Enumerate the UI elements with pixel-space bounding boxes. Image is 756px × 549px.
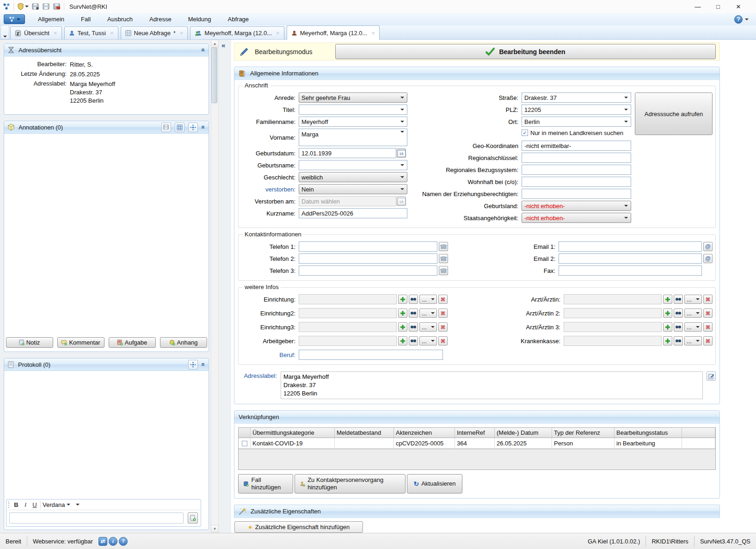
menu-fall[interactable]: Fall — [74, 14, 97, 25]
export-icon[interactable] — [53, 3, 61, 10]
telefon2-input[interactable] — [299, 253, 437, 264]
bold-button[interactable]: B — [12, 501, 20, 508]
remove-button[interactable]: ✖ — [438, 308, 448, 318]
add-attachment-button[interactable]: Anhang — [160, 337, 207, 348]
add-button[interactable]: ✚ — [663, 336, 672, 345]
scrollbar-track[interactable] — [211, 48, 219, 525]
address-search-button[interactable]: Adresssuche aufrufen — [635, 93, 713, 135]
add-note-button[interactable]: Notiz — [6, 337, 53, 348]
column-header[interactable]: Typ der Referenz — [552, 428, 615, 438]
remove-button[interactable]: ✖ — [438, 295, 448, 304]
sync-icon[interactable]: ⇄ — [98, 537, 107, 546]
verstorben-am-input[interactable] — [299, 196, 396, 206]
beruf-input[interactable] — [299, 350, 443, 360]
close-tab-icon[interactable]: × — [110, 30, 114, 37]
add-additional-property-button[interactable]: ★ Zusätzliche Eigenschaft hinzufügen — [234, 521, 363, 533]
collapse-chevron-icon[interactable]: « — [200, 363, 207, 366]
menu-ausbruch[interactable]: Ausbruch — [101, 14, 139, 25]
more-options-button[interactable]: ... — [684, 308, 702, 318]
plz-combobox[interactable]: 12205 — [522, 105, 631, 115]
add-button[interactable]: ✚ — [398, 322, 407, 332]
menu-meldung[interactable]: Meldung — [182, 14, 218, 25]
column-header[interactable]: Aktenzeichen — [394, 428, 455, 438]
collapse-splitter-icon[interactable]: « — [221, 41, 225, 49]
edit-label-button[interactable] — [707, 371, 716, 381]
tab-list-button[interactable] — [0, 25, 9, 39]
search-button[interactable] — [674, 336, 683, 345]
more-options-button[interactable]: ... — [419, 322, 437, 332]
protocol-text-input[interactable] — [9, 512, 184, 524]
fax-input[interactable] — [559, 265, 702, 276]
send-email-button[interactable]: @ — [703, 242, 713, 251]
row-select-cell[interactable] — [239, 438, 251, 449]
search-button[interactable] — [409, 336, 418, 345]
end-edit-button[interactable]: Bearbeitung beenden — [335, 44, 716, 59]
dial-button[interactable]: ☎ — [439, 266, 448, 275]
tab-neue-abfrage[interactable]: Neue Abfrage* × — [121, 26, 188, 39]
close-button[interactable]: ✕ — [728, 3, 749, 10]
expand-view-button[interactable] — [188, 360, 198, 370]
dial-button[interactable]: ☎ — [439, 254, 448, 263]
save-view-button[interactable] — [161, 123, 171, 132]
tab-uebersicht[interactable]: Σ Übersicht × — [10, 26, 62, 39]
tab-meyerhoff-vorgang[interactable]: Meyerhoff, Marga (12.0... × — [190, 26, 284, 39]
panel-splitter[interactable]: « — [219, 40, 231, 533]
more-options-button[interactable]: ... — [684, 322, 702, 332]
search-button[interactable] — [409, 322, 418, 332]
geburtsland-dropdown[interactable]: -nicht erhoben- — [522, 201, 631, 211]
save-locked-icon[interactable] — [32, 3, 39, 10]
anrede-dropdown[interactable]: Sehr geehrte Frau — [299, 93, 407, 103]
verstorben-dropdown[interactable]: Nein — [299, 184, 407, 194]
collapse-chevron-icon[interactable]: « — [200, 125, 207, 129]
grid-view-button[interactable] — [175, 123, 184, 132]
checkbox-checked-icon[interactable]: ✓ — [522, 130, 528, 136]
bezugssystem-input[interactable] — [522, 165, 631, 175]
add-button[interactable]: ✚ — [398, 308, 407, 318]
ort-combobox[interactable]: Berlin — [522, 117, 631, 127]
telefon1-input[interactable] — [299, 241, 437, 252]
menu-adresse[interactable]: Adresse — [143, 14, 178, 25]
remove-button[interactable]: ✖ — [703, 336, 713, 345]
search-button[interactable] — [674, 295, 683, 304]
maximize-button[interactable]: □ — [708, 3, 728, 10]
geburtsname-combobox[interactable] — [299, 160, 407, 170]
remove-button[interactable]: ✖ — [703, 322, 713, 332]
select-column-header[interactable] — [239, 428, 251, 438]
remove-button[interactable]: ✖ — [703, 295, 713, 304]
italic-button[interactable]: I — [22, 501, 29, 508]
scrollbar-thumb[interactable] — [211, 48, 217, 103]
tab-meyerhoff-person-active[interactable]: Meyerhoff, Marga (12.0... × — [287, 25, 380, 40]
add-button[interactable]: ✚ — [398, 295, 407, 304]
dropdown-caret-icon[interactable] — [745, 19, 749, 20]
annotations-header[interactable]: Annotationen (0) « — [4, 121, 209, 134]
help-icon[interactable]: ? — [734, 15, 743, 24]
column-header[interactable]: Bearbeitungsstatus — [615, 428, 682, 438]
help-icon[interactable]: ? — [119, 537, 128, 546]
table-row[interactable]: Kontakt-COVID-19 cpCVD2025-0005 364 26.0… — [239, 438, 715, 449]
close-tab-icon[interactable]: × — [371, 30, 375, 37]
more-options-button[interactable]: ... — [419, 308, 437, 318]
telefon3-input[interactable] — [299, 265, 437, 276]
strasse-combobox[interactable]: Drakestr. 37 — [522, 93, 631, 103]
vorname-combobox[interactable]: Marga — [299, 129, 407, 146]
save-icon[interactable] — [43, 3, 50, 10]
close-tab-icon[interactable]: × — [180, 30, 184, 37]
remove-button[interactable]: ✖ — [703, 308, 713, 318]
column-header[interactable]: InterneRef — [455, 428, 495, 438]
more-options-button[interactable]: ... — [684, 295, 702, 304]
add-button[interactable]: ✚ — [398, 336, 407, 345]
geschlecht-dropdown[interactable]: weiblich — [299, 172, 407, 182]
refresh-button[interactable]: ↻ Aktualisieren — [407, 474, 462, 493]
more-options-button[interactable]: ... — [419, 295, 437, 304]
add-entry-button[interactable] — [188, 512, 198, 524]
row-checkbox[interactable] — [242, 441, 247, 446]
close-tab-icon[interactable]: × — [276, 30, 280, 37]
font-size-caret-icon[interactable] — [76, 504, 80, 506]
staatsangehoerigkeit-dropdown[interactable]: -nicht erhoben- — [522, 213, 631, 223]
collapse-chevron-icon[interactable]: « — [200, 48, 207, 52]
add-button[interactable]: ✚ — [663, 322, 672, 332]
add-task-button[interactable]: Aufgabe — [109, 337, 156, 348]
menu-allgemein[interactable]: Allgemein — [31, 14, 71, 25]
add-button[interactable]: ✚ — [663, 295, 672, 304]
add-button[interactable]: ✚ — [663, 308, 672, 318]
